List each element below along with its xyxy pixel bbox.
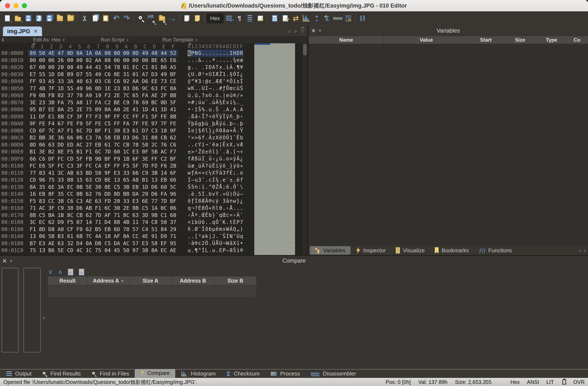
hex-byte[interactable]: 08 — [103, 57, 112, 63]
edit-as-dropdown[interactable]: Edit As: Hex∨ — [33, 37, 65, 43]
hex-byte[interactable]: 26 — [56, 57, 65, 63]
hex-byte[interactable]: 06 — [37, 142, 47, 148]
hex-byte[interactable]: 8E — [103, 184, 112, 190]
hex-byte[interactable]: FA — [56, 99, 65, 106]
hex-byte[interactable]: C6 — [103, 78, 112, 84]
hex-byte[interactable]: 7C — [112, 142, 122, 148]
hex-byte[interactable]: 2B — [168, 163, 178, 169]
hex-byte[interactable]: 0A — [75, 50, 84, 56]
hex-byte[interactable]: 57 — [131, 226, 140, 232]
hex-byte[interactable]: 75 — [28, 247, 37, 253]
ascii-column[interactable]: .ßá‹Ï?÷óŸÿÌÿñ_þ‹ — [188, 113, 243, 120]
hex-byte[interactable]: 75 — [94, 247, 103, 253]
hex-byte[interactable]: B1 — [75, 149, 84, 155]
hex-byte[interactable]: D6 — [150, 191, 159, 197]
hex-byte[interactable]: F1 — [28, 226, 37, 232]
hex-byte[interactable]: 3E — [140, 156, 150, 162]
hex-byte[interactable]: B3 — [56, 233, 65, 239]
hex-byte[interactable]: 74 — [140, 219, 150, 225]
hex-byte[interactable]: 31 — [140, 134, 150, 141]
hex-byte[interactable]: 5F — [168, 99, 178, 106]
hex-byte[interactable]: CB — [75, 212, 84, 218]
hex-byte[interactable]: 5F — [150, 113, 159, 120]
hex-byte[interactable]: 0D — [159, 99, 168, 106]
ascii-column[interactable]: .ë.5Ì.bvÝ.»Ú)Öú– — [188, 191, 243, 198]
hex-byte[interactable]: EB — [103, 226, 112, 232]
compare-column-address-b[interactable]: Address B — [172, 277, 214, 285]
hex-byte[interactable]: 6C — [103, 205, 112, 211]
hex-byte[interactable]: 7F — [47, 85, 56, 91]
hex-byte[interactable]: 5F — [47, 163, 56, 169]
hex-byte[interactable]: 7C — [122, 92, 131, 98]
ascii-column[interactable]: Ÿþôgþù_þÅÿú.þ—.þ — [188, 120, 243, 127]
hex-byte[interactable]: E6 — [168, 57, 178, 63]
column-start[interactable]: Start — [469, 36, 503, 44]
hex-byte[interactable]: C5 — [37, 212, 47, 218]
hex-byte[interactable]: EC — [131, 64, 140, 70]
collapse-icon[interactable]: ▾▾ — [2, 38, 4, 42]
hex-byte[interactable]: 63 — [94, 198, 103, 204]
hex-byte[interactable]: EF — [103, 163, 112, 169]
hex-byte[interactable]: 7C — [84, 233, 94, 239]
hex-byte[interactable]: A5 — [168, 64, 178, 70]
tab-bookmarks[interactable]: Bookmarks — [430, 246, 474, 255]
next-tab-icon[interactable]: › — [295, 27, 297, 35]
hex-byte[interactable]: 81 — [150, 64, 159, 70]
save-as-button[interactable] — [34, 12, 44, 24]
hex-byte[interactable]: 06 — [75, 134, 84, 141]
hex-byte[interactable]: FE — [159, 113, 168, 120]
hex-byte[interactable]: 83 — [122, 85, 131, 91]
splitter-handle-icon[interactable] — [43, 316, 45, 319]
hex-byte[interactable]: C9 — [56, 205, 65, 211]
hex-byte[interactable]: F5 — [65, 219, 75, 225]
hex-byte[interactable]: F7 — [168, 149, 178, 155]
hex-byte[interactable]: 60 — [168, 212, 178, 218]
column-mode-button[interactable] — [245, 12, 255, 24]
ascii-column[interactable]: ·ã®c2Ô.ÛÅÚ¬WãXï• — [188, 240, 243, 247]
hex-byte[interactable]: BC — [150, 99, 159, 106]
hex-byte[interactable]: D4 — [75, 240, 84, 246]
file-properties-button[interactable]: ? — [280, 12, 291, 24]
hex-byte[interactable]: A7 — [140, 71, 150, 77]
ascii-column[interactable]: Í–u3ˆ.cÍ¾.e¨±.ëf — [188, 176, 243, 184]
hex-byte[interactable]: B7 — [28, 240, 37, 246]
hex-byte[interactable]: C1 — [159, 212, 168, 218]
hex-byte[interactable]: 66 — [131, 170, 140, 176]
hex-byte[interactable]: 6C — [94, 149, 103, 155]
hex-byte[interactable]: CD — [94, 177, 103, 183]
hex-byte[interactable]: 8E — [112, 71, 122, 77]
hex-byte[interactable]: 49 — [94, 71, 103, 77]
tab-visualize[interactable]: Visualize — [391, 246, 430, 255]
hex-byte[interactable]: EB — [37, 191, 47, 197]
hex-byte[interactable]: 6B — [75, 233, 84, 239]
hex-byte[interactable]: 83 — [37, 198, 47, 204]
hex-byte[interactable]: 49 — [140, 50, 150, 56]
hex-byte[interactable]: 91 — [150, 233, 159, 239]
hex-byte[interactable]: 96 — [37, 177, 47, 183]
hex-byte[interactable]: FB — [84, 156, 94, 162]
tab-checksum[interactable]: ΣChecksum — [221, 370, 265, 378]
hex-byte[interactable]: EB — [94, 142, 103, 148]
hex-byte[interactable]: B1 — [28, 149, 37, 155]
hex-byte[interactable]: 2E — [122, 106, 131, 112]
hex-byte[interactable]: 88 — [150, 134, 159, 141]
hex-byte[interactable]: EE — [47, 106, 56, 112]
hex-byte[interactable]: AE — [84, 198, 94, 204]
hex-byte[interactable]: D7 — [75, 71, 84, 77]
hex-byte[interactable]: 9F — [168, 128, 178, 134]
save-all-button[interactable] — [44, 12, 55, 24]
hex-byte[interactable]: 6E — [47, 184, 56, 190]
hex-byte[interactable]: 77 — [150, 198, 159, 204]
tab-process[interactable]: Process — [265, 370, 305, 378]
hex-byte[interactable]: 3A — [65, 78, 75, 84]
hex-byte[interactable]: D8 — [56, 71, 65, 77]
hex-byte[interactable]: 41 — [150, 106, 159, 112]
ascii-column[interactable]: u.¶^ÍL.u.EP—8Šì® — [188, 247, 243, 254]
hex-byte[interactable]: AB — [65, 170, 75, 176]
hex-byte[interactable]: DF — [37, 113, 47, 120]
tab-img-jpg[interactable]: img.JPG ✕ — [3, 26, 42, 36]
ascii-column[interactable]: >#;úu¨.úÂ¾Éxi¼._ — [188, 99, 243, 106]
hex-byte[interactable]: 63 — [75, 170, 84, 176]
hex-byte[interactable]: BA — [47, 212, 56, 218]
hex-byte[interactable]: 58 — [103, 134, 112, 141]
